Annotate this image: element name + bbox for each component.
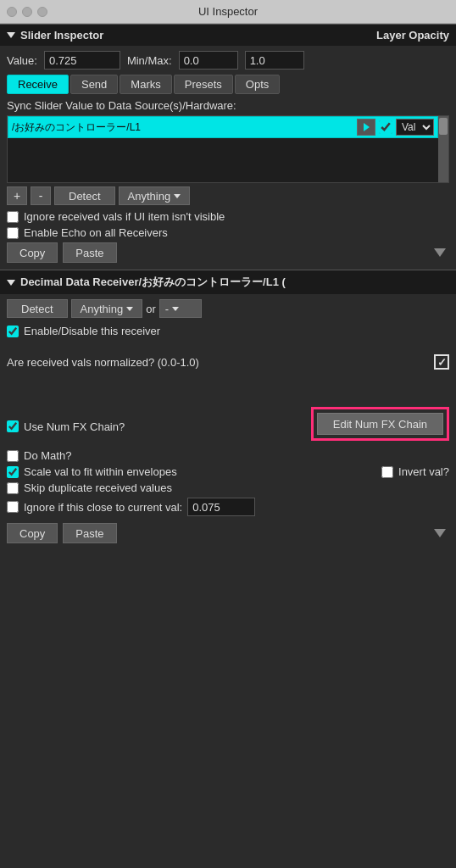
ignore-visible-label: Ignore received vals if UI item isn't vi… [24, 210, 225, 223]
skip-duplicate-label: Skip duplicate received values [24, 481, 172, 494]
paste-button-top[interactable]: Paste [63, 242, 116, 263]
min-input[interactable] [179, 51, 238, 70]
control-row: + - Detect Anything [7, 186, 449, 205]
decimal-dash-dropdown[interactable]: - [159, 299, 202, 318]
enable-disable-row: Enable/Disable this receiver [7, 325, 449, 337]
anything-label: Anything [128, 190, 171, 203]
decimal-collapse-triangle-icon[interactable] [7, 280, 15, 286]
value-input[interactable] [44, 51, 120, 70]
ignore-visible-checkbox[interactable] [7, 211, 19, 223]
ignore-close-label: Ignore if this close to current val: [24, 501, 182, 514]
enable-disable-checkbox[interactable] [7, 326, 19, 337]
action-row-bottom: Copy Paste [7, 523, 449, 543]
or-label: or [146, 303, 156, 315]
maximize-button[interactable] [37, 7, 47, 17]
sync-label: Sync Slider Value to Data Source(s)/Hard… [7, 99, 449, 112]
copy-button-bottom[interactable]: Copy [7, 523, 58, 543]
normalized-checkbox[interactable] [434, 354, 449, 370]
edit-num-fx-highlight: Edit Num FX Chain [311, 407, 449, 441]
max-input[interactable] [245, 51, 304, 70]
copy-button-top[interactable]: Copy [7, 242, 58, 263]
val-dropdown[interactable]: Val [396, 119, 434, 136]
use-num-row: Use Num FX Chain? Edit Num FX Chain [7, 407, 449, 446]
slider-section-header: Slider Inspector Layer Opacity [0, 24, 456, 46]
skip-duplicate-row: Skip duplicate received values [7, 481, 449, 494]
tab-marks[interactable]: Marks [120, 75, 171, 94]
use-num-fx-label: Use Num FX Chain? [24, 420, 125, 433]
tab-send[interactable]: Send [70, 75, 118, 94]
tab-presets[interactable]: Presets [174, 75, 233, 94]
decimal-anything-dropdown[interactable]: Anything [71, 299, 143, 318]
ignore-close-row: Ignore if this close to current val: [7, 498, 449, 516]
list-content: /お好みのコントローラー/L1 Val [8, 116, 438, 182]
collapse-triangle-icon[interactable] [7, 32, 15, 38]
window-title: UI Inspector [198, 5, 258, 18]
do-math-label: Do Math? [24, 449, 71, 462]
slider-content: Value: Min/Max: Receive Send Marks Prese… [0, 46, 456, 270]
scrollbar[interactable] [438, 116, 448, 182]
datasource-path: /お好みのコントローラー/L1 [12, 120, 353, 135]
use-num-checkbox-row: Use Num FX Chain? [7, 420, 304, 433]
scale-row: Scale val to fit within envelopes Invert… [7, 465, 449, 478]
minimize-button[interactable] [22, 7, 32, 17]
decimal-title: Decimal Data Receiver/お好みのコントローラー/L1 ( [20, 275, 286, 290]
arrow-right-icon [364, 123, 370, 131]
value-row: Value: Min/Max: [7, 51, 449, 70]
use-num-fx-checkbox[interactable] [7, 420, 19, 432]
normalized-row: Are received vals normalized? (0.0-1.0) [7, 349, 449, 375]
enable-echo-checkbox[interactable] [7, 227, 19, 239]
dropdown-arrow-icon [174, 194, 181, 198]
decimal-dropdown-arrow-icon [126, 307, 133, 311]
invert-group: Invert val? [381, 465, 449, 478]
do-math-row: Do Math? [7, 449, 449, 462]
invert-label: Invert val? [398, 465, 449, 478]
remove-button[interactable]: - [31, 186, 51, 205]
close-button[interactable] [7, 7, 17, 17]
scroll-triangle-icon [434, 248, 446, 257]
datasource-list: /お好みのコントローラー/L1 Val [7, 115, 449, 183]
slider-section-right: Layer Opacity [376, 29, 449, 42]
value-label: Value: [7, 54, 37, 67]
ignore-close-input[interactable] [187, 498, 255, 516]
checkbox-row-1: Ignore received vals if UI item isn't vi… [7, 210, 449, 223]
skip-duplicate-checkbox[interactable] [7, 482, 19, 494]
slider-section-title: Slider Inspector [20, 29, 103, 42]
title-bar: UI Inspector [0, 0, 456, 24]
paste-button-bottom[interactable]: Paste [63, 523, 116, 543]
decimal-detect-button[interactable]: Detect [7, 299, 68, 318]
enable-disable-label: Enable/Disable this receiver [24, 325, 160, 337]
slider-section-left: Slider Inspector [7, 29, 103, 42]
traffic-lights [7, 7, 47, 17]
decimal-dash-arrow-icon [172, 307, 179, 311]
invert-checkbox[interactable] [381, 466, 393, 478]
decimal-content: Detect Anything or - Enable/Disable this… [0, 294, 456, 550]
detect-button[interactable]: Detect [54, 186, 115, 205]
enable-echo-label: Enable Echo on all Receivers [24, 226, 168, 239]
arrow-button[interactable] [357, 119, 375, 136]
normalized-label: Are received vals normalized? (0.0-1.0) [7, 356, 199, 369]
tab-receive[interactable]: Receive [7, 75, 69, 94]
decimal-section-header: Decimal Data Receiver/お好みのコントローラー/L1 ( [0, 270, 456, 294]
decimal-dash-label: - [165, 303, 169, 315]
anything-dropdown[interactable]: Anything [119, 186, 191, 205]
decimal-anything-label: Anything [81, 303, 124, 315]
scroll-triangle-bottom-icon [434, 529, 446, 537]
checkbox-row-2: Enable Echo on all Receivers [7, 226, 449, 239]
tabs-row: Receive Send Marks Presets Opts [7, 75, 449, 94]
scale-checkbox[interactable] [7, 466, 19, 478]
action-row-top: Copy Paste [7, 242, 449, 263]
add-button[interactable]: + [7, 186, 27, 205]
ignore-close-checkbox[interactable] [7, 501, 19, 513]
scale-label: Scale val to fit within envelopes [24, 465, 376, 478]
do-math-checkbox[interactable] [7, 450, 19, 462]
datasource-checkbox[interactable] [379, 120, 392, 134]
edit-num-fx-button[interactable]: Edit Num FX Chain [317, 413, 443, 435]
minmax-label: Min/Max: [127, 54, 172, 67]
tab-opts[interactable]: Opts [235, 75, 280, 94]
datasource-row: /お好みのコントローラー/L1 Val [8, 116, 438, 138]
decimal-detect-row: Detect Anything or - [7, 299, 449, 318]
scrollbar-thumb [439, 118, 448, 135]
